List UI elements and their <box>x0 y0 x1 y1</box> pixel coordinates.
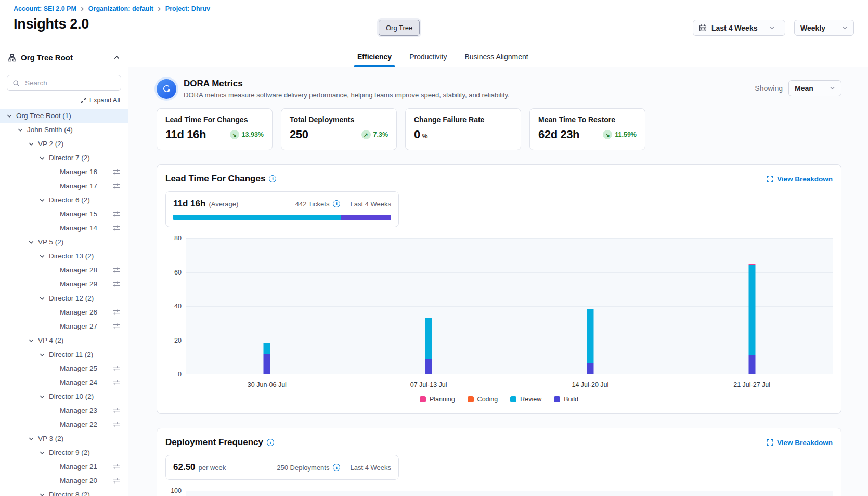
filter-sliders-icon[interactable] <box>112 309 120 316</box>
lead-time-view-breakdown[interactable]: View Breakdown <box>767 175 833 183</box>
deployment-frequency-chart: 100 <box>165 491 833 496</box>
filter-sliders-icon[interactable] <box>112 168 120 175</box>
tree-item[interactable]: Manager 24 <box>0 375 128 389</box>
filter-sliders-icon[interactable] <box>112 323 120 330</box>
filter-sliders-icon[interactable] <box>112 225 120 231</box>
search-input[interactable] <box>24 79 115 87</box>
info-icon[interactable] <box>269 175 276 182</box>
chevron-down-icon[interactable] <box>38 154 46 162</box>
tree-item[interactable]: VP 5 (2) <box>0 235 128 249</box>
showing-select[interactable]: Mean <box>788 80 841 96</box>
chevron-up-icon[interactable] <box>113 54 120 61</box>
filter-sliders-icon[interactable] <box>112 379 120 386</box>
tree-item[interactable]: Manager 22 <box>0 417 128 432</box>
tab-efficiency[interactable]: Efficiency <box>357 53 392 67</box>
tree-item[interactable]: Director 11 (2) <box>0 347 128 361</box>
chevron-down-icon[interactable] <box>27 140 35 148</box>
filter-sliders-icon[interactable] <box>112 281 120 288</box>
chevron-down-icon[interactable] <box>38 491 46 496</box>
filter-sliders-icon[interactable] <box>112 463 120 470</box>
dora-title: DORA Metrics <box>184 79 510 89</box>
metric-card: Total Deployments250↗7.3% <box>281 108 397 150</box>
breadcrumb-link[interactable]: Account: SEI 2.0 PM <box>14 5 76 12</box>
filter-sliders-icon[interactable] <box>112 477 120 484</box>
filter-sliders-icon[interactable] <box>112 267 120 273</box>
tab-business-alignment[interactable]: Business Alignment <box>465 53 528 67</box>
tree-item[interactable]: Director 9 (2) <box>0 446 128 460</box>
chevron-down-icon[interactable] <box>38 252 46 260</box>
dashboard-scroll-area[interactable]: DORA Metrics DORA metrics measure softwa… <box>128 67 868 496</box>
y-tick-label: 0 <box>178 371 182 378</box>
tree-item[interactable]: VP 2 (2) <box>0 137 128 151</box>
chevron-down-icon[interactable] <box>27 238 35 246</box>
chevron-down-icon[interactable] <box>16 126 24 134</box>
breadcrumb-link[interactable]: Organization: default <box>88 5 153 12</box>
filter-sliders-icon[interactable] <box>112 407 120 414</box>
chevron-down-icon[interactable] <box>38 393 46 400</box>
tree-item[interactable]: John Smith (4) <box>0 123 128 137</box>
filter-sliders-icon[interactable] <box>112 211 120 217</box>
tree-item[interactable]: Director 10 (2) <box>0 389 128 403</box>
legend-swatch <box>420 396 426 402</box>
tree-item[interactable]: Manager 27 <box>0 319 128 333</box>
expand-all-button[interactable]: Expand All <box>0 97 120 104</box>
tree-item[interactable]: Manager 28 <box>0 263 128 277</box>
tree-item[interactable]: Manager 17 <box>0 179 128 193</box>
legend-item-planning[interactable]: Planning <box>420 396 455 403</box>
tree-item[interactable]: Manager 16 <box>0 165 128 179</box>
stacked-bar[interactable] <box>748 264 755 374</box>
tree-item[interactable]: Director 8 (2) <box>0 488 128 496</box>
tree-item-label: Manager 26 <box>60 308 97 316</box>
date-range-select[interactable]: Last 4 Weeks <box>693 20 785 36</box>
page-header: Account: SEI 2.0 PMOrganization: default… <box>0 0 868 47</box>
legend-item-build[interactable]: Build <box>554 396 578 403</box>
org-tree-button[interactable]: Org Tree <box>379 20 420 36</box>
divider <box>345 200 345 208</box>
tree-item[interactable]: Manager 15 <box>0 207 128 221</box>
tree-item[interactable]: VP 3 (2) <box>0 432 128 446</box>
tree-item[interactable]: Director 13 (2) <box>0 249 128 263</box>
breadcrumb-link[interactable]: Project: Dhruv <box>165 5 210 12</box>
tree-item[interactable]: VP 4 (2) <box>0 333 128 347</box>
info-icon[interactable] <box>267 439 274 446</box>
filter-sliders-icon[interactable] <box>112 421 120 428</box>
chevron-down-icon[interactable] <box>38 350 46 358</box>
tree-item[interactable]: Manager 14 <box>0 221 128 235</box>
filter-sliders-icon[interactable] <box>112 182 120 189</box>
deployment-view-breakdown[interactable]: View Breakdown <box>767 439 833 447</box>
tree-item[interactable]: Director 7 (2) <box>0 151 128 165</box>
chevron-down-icon[interactable] <box>38 449 46 456</box>
expand-corners-icon <box>767 176 773 182</box>
chevron-down-icon[interactable] <box>27 336 35 344</box>
chevron-down-icon[interactable] <box>38 294 46 302</box>
deployment-frequency-card: Deployment Frequency View Breakdown 62.5… <box>157 428 841 496</box>
stacked-bar[interactable] <box>264 343 270 374</box>
chevron-down-icon <box>830 85 835 91</box>
info-icon[interactable] <box>333 200 340 207</box>
tree-item[interactable]: Manager 20 <box>0 474 128 488</box>
x-tick-label: 21 Jul-27 Jul <box>733 381 770 388</box>
legend-swatch <box>510 396 516 402</box>
stacked-bar[interactable] <box>587 309 593 374</box>
tree-item[interactable]: Org Tree Root (1) <box>0 109 128 123</box>
legend-item-review[interactable]: Review <box>510 396 541 403</box>
tree-item[interactable]: Manager 29 <box>0 277 128 291</box>
deployment-summary: 62.50 per week 250 Deployments Last 4 We… <box>165 455 399 480</box>
tree-item[interactable]: Manager 25 <box>0 361 128 375</box>
tree-item[interactable]: Manager 26 <box>0 305 128 319</box>
org-tree-sidebar: Org Tree Root Expand All Org Tree Root (… <box>0 47 128 496</box>
tree-item[interactable]: Manager 23 <box>0 403 128 417</box>
stacked-bar[interactable] <box>425 318 432 374</box>
legend-item-coding[interactable]: Coding <box>468 396 498 403</box>
tree-item[interactable]: Manager 21 <box>0 460 128 474</box>
chevron-down-icon[interactable] <box>5 112 13 120</box>
interval-select[interactable]: Weekly <box>794 20 854 36</box>
filter-sliders-icon[interactable] <box>112 365 120 372</box>
metric-card-value-row: 62d 23h↘11.59% <box>538 128 637 141</box>
tab-productivity[interactable]: Productivity <box>409 53 447 67</box>
tree-item[interactable]: Director 12 (2) <box>0 291 128 305</box>
info-icon[interactable] <box>333 464 340 471</box>
tree-item[interactable]: Director 6 (2) <box>0 193 128 207</box>
chevron-down-icon[interactable] <box>38 196 46 204</box>
chevron-down-icon[interactable] <box>27 435 35 442</box>
